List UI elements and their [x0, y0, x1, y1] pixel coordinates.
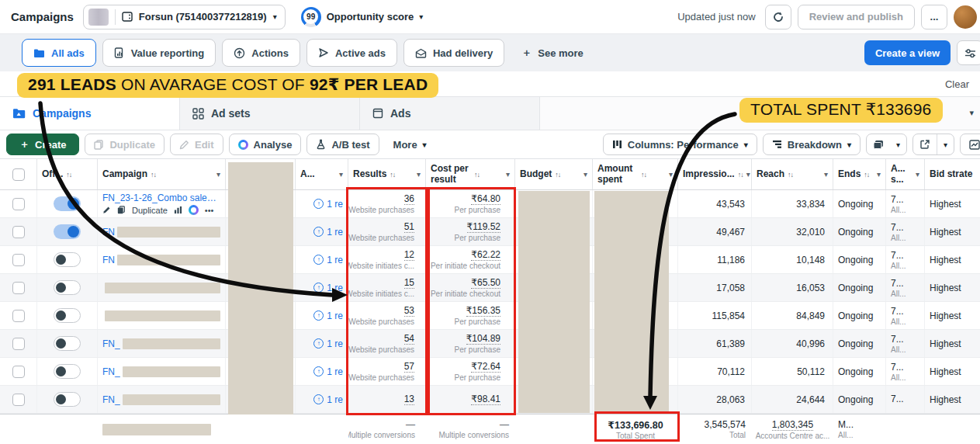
recommendation-link[interactable]: ↑1 re: [313, 366, 343, 377]
campaign-name-link[interactable]: FN_: [102, 338, 120, 349]
opportunity-score-label: Opportunity score: [327, 11, 414, 23]
row-checkbox-cell: [0, 302, 37, 329]
row-checkbox[interactable]: [12, 226, 25, 238]
filter-chip-had-delivery[interactable]: Had delivery: [403, 39, 504, 67]
export-button[interactable]: [913, 134, 937, 154]
user-avatar[interactable]: [954, 5, 977, 29]
review-and-publish-button[interactable]: Review and publish: [798, 5, 915, 29]
row-toggle[interactable]: [54, 336, 81, 351]
recommendation-link[interactable]: ↑1 re: [313, 338, 343, 349]
recommendation-link[interactable]: ↑1 re: [313, 283, 343, 293]
recommendation-link[interactable]: ↑1 re: [313, 255, 343, 265]
filter-chip-all-ads[interactable]: All ads: [22, 39, 96, 67]
arrow-up-circle-icon: ↑: [313, 255, 324, 265]
account-selector[interactable]: Forsun (751400377212819) ▾: [83, 5, 286, 29]
row-checkbox[interactable]: [12, 254, 25, 266]
sort-icon[interactable]: ↑↓: [390, 171, 395, 179]
columns-button[interactable]: Columns: Performance ▾: [603, 134, 757, 155]
chevron-down-icon[interactable]: ▾: [583, 170, 587, 179]
table-row: Duplicate ••• ↑1 re 53 Website purchases…: [0, 302, 980, 330]
breakdown-button[interactable]: Breakdown ▾: [763, 134, 861, 155]
reports-button[interactable]: [867, 134, 890, 154]
chevron-down-icon[interactable]: ▾: [669, 170, 673, 179]
recommendation-link[interactable]: ↑1 re: [313, 394, 343, 405]
see-more-button[interactable]: ＋ See more: [511, 39, 594, 67]
clear-filters-link[interactable]: Clear: [945, 78, 969, 90]
row-checkbox[interactable]: [12, 282, 25, 294]
sort-icon[interactable]: ↑↓: [555, 171, 560, 179]
export-caret[interactable]: ▾: [937, 134, 954, 154]
more-button[interactable]: More ▾: [385, 134, 435, 155]
chevron-down-icon[interactable]: ▾: [417, 170, 421, 179]
chevron-down-icon[interactable]: ▾: [746, 170, 750, 179]
duplicate-action-label[interactable]: Duplicate: [132, 206, 168, 215]
campaign-name-link[interactable]: FN_23-1-26_Combo sales – ...: [102, 193, 220, 203]
filter-chip-value-reporting[interactable]: Value reporting: [102, 39, 216, 67]
create-button[interactable]: ＋ Create: [6, 134, 79, 155]
duplicate-button[interactable]: Duplicate: [85, 134, 164, 155]
row-toggle[interactable]: [54, 308, 81, 323]
chevron-down-icon[interactable]: ▾: [824, 170, 828, 179]
refresh-button[interactable]: [765, 5, 791, 29]
row-checkbox[interactable]: [12, 310, 25, 322]
row-checkbox[interactable]: [12, 394, 25, 406]
campaign-name-link[interactable]: FN_: [102, 394, 120, 405]
select-all-checkbox[interactable]: [12, 168, 25, 181]
recommendation-link[interactable]: ↑1 re: [313, 199, 343, 210]
analyse-ring-icon[interactable]: [189, 205, 199, 215]
chevron-down-icon[interactable]: ▾: [506, 170, 510, 179]
tab-ads[interactable]: Ads: [360, 97, 540, 130]
copy-icon[interactable]: [117, 206, 126, 214]
tab-ad-sets[interactable]: Ad sets: [180, 97, 360, 130]
recommendation-cell: ↑1 re: [296, 302, 348, 329]
bar-chart-icon[interactable]: [174, 206, 182, 214]
arrow-up-circle-icon: [234, 47, 245, 59]
edit-button[interactable]: Edit: [170, 134, 223, 155]
filter-chip-actions[interactable]: Actions: [222, 39, 300, 67]
tab-campaigns[interactable]: Campaigns: [0, 97, 180, 130]
recommendation-cell: ↑1 re: [296, 218, 348, 245]
row-toggle[interactable]: [54, 252, 81, 267]
analyse-button[interactable]: Analyse: [229, 134, 302, 155]
row-checkbox[interactable]: [12, 338, 25, 350]
recommendation-link[interactable]: ↑1 re: [313, 310, 343, 321]
create-a-view-button[interactable]: Create a view: [864, 40, 951, 65]
chevron-down-icon[interactable]: ▾: [216, 170, 220, 179]
reports-caret[interactable]: ▾: [890, 134, 906, 154]
row-toggle[interactable]: [54, 224, 81, 239]
table-row: FN Duplicate ••• ↑1 re 51 Website purcha…: [0, 218, 980, 246]
charts-button[interactable]: [960, 134, 980, 155]
chevron-down-icon[interactable]: ▾: [877, 170, 881, 179]
ab-test-button[interactable]: A/B test: [306, 134, 379, 155]
row-toggle[interactable]: [54, 280, 81, 295]
row-toggle[interactable]: [54, 392, 81, 407]
pencil-icon[interactable]: [102, 206, 111, 214]
sort-icon[interactable]: ↑↓: [788, 171, 793, 179]
filter-chip-active-ads[interactable]: Active ads: [306, 39, 397, 67]
recommendation-link[interactable]: ↑1 re: [313, 227, 343, 238]
row-toggle[interactable]: [54, 364, 81, 379]
updated-status: Updated just now: [677, 11, 755, 23]
view-settings-button[interactable]: [957, 40, 980, 65]
sort-icon[interactable]: ↑↓: [151, 171, 156, 179]
row-checkbox[interactable]: [12, 198, 25, 210]
more-actions-ellipsis[interactable]: •••: [205, 206, 214, 215]
campaign-name-link[interactable]: FN: [102, 255, 115, 265]
sort-icon[interactable]: ↑↓: [864, 171, 869, 179]
chevron-down-icon[interactable]: ▾: [339, 170, 343, 179]
sort-icon[interactable]: ↑↓: [66, 171, 71, 179]
opportunity-score-selector[interactable]: 99 Opportunity score ▾: [301, 7, 424, 27]
chevron-down-icon[interactable]: ▾: [916, 170, 919, 179]
top-bar: Campaigns Forsun (751400377212819) ▾ 99 …: [0, 0, 980, 34]
cost-label: Per purchase: [455, 373, 500, 382]
sort-icon[interactable]: ↑↓: [738, 171, 743, 179]
table-collapse-caret[interactable]: ▾: [969, 108, 974, 118]
campaign-name-link[interactable]: FN_: [102, 366, 120, 377]
sort-icon[interactable]: ↑↓: [641, 171, 646, 179]
row-checkbox[interactable]: [12, 366, 25, 378]
campaign-name-link[interactable]: FN: [102, 227, 115, 238]
more-options-button[interactable]: ...: [921, 5, 947, 29]
row-toggle[interactable]: [54, 196, 81, 211]
sort-icon[interactable]: ↑↓: [474, 171, 480, 179]
results-label: Website purchases: [348, 206, 414, 214]
